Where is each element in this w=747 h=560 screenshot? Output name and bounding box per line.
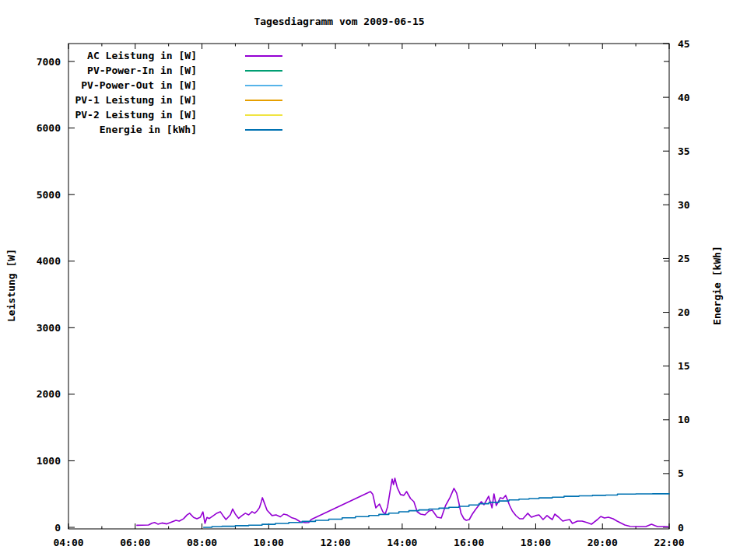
- y-left-tick-label: 2000: [37, 388, 61, 400]
- y-right-tick-label: 45: [678, 38, 690, 50]
- y-left-tick-label: 3000: [37, 322, 61, 334]
- legend-label: Energie in [kWh]: [68, 122, 197, 137]
- x-axis-tick-label: 10:00: [254, 537, 284, 548]
- legend-line-sample: [245, 114, 282, 116]
- legend-line-sample: [245, 100, 282, 101]
- y-axis-title-left: Leistung [W]: [5, 249, 17, 322]
- legend-line-sample: [245, 129, 282, 131]
- legend-row: AC Leistung in [W]: [68, 48, 282, 63]
- x-axis-tick-label: 22:00: [654, 537, 684, 548]
- y-right-tick-label: 0: [678, 522, 684, 534]
- y-axis-title-right: Energie [kWh]: [711, 246, 723, 325]
- legend-line-sample: [245, 85, 282, 86]
- legend-row: PV-2 Leistung in [W]: [68, 107, 282, 122]
- legend-line-sample: [245, 70, 282, 72]
- x-axis-tick-label: 16:00: [454, 537, 484, 548]
- legend-row: PV-1 Leistung in [W]: [68, 93, 282, 107]
- series-energie-in-kwh-: [204, 494, 669, 527]
- y-left-tick-label: 1000: [37, 455, 61, 467]
- chart-title: Tagesdiagramm vom 2009-06-15: [254, 16, 424, 27]
- y-right-tick-label: 15: [678, 360, 690, 372]
- x-axis-tick-label: 08:00: [187, 537, 217, 548]
- y-left-tick-label: 5000: [37, 189, 61, 201]
- legend-label: PV-2 Leistung in [W]: [68, 107, 197, 122]
- y-left-tick-label: 4000: [37, 255, 61, 267]
- legend-label: PV-Power-Out in [W]: [68, 78, 197, 93]
- series-ac-leistung-in-w-: [137, 478, 668, 527]
- legend-row: PV-Power-Out in [W]: [68, 78, 282, 93]
- y-right-tick-label: 25: [678, 253, 690, 264]
- legend: AC Leistung in [W]PV-Power-In in [W]PV-P…: [68, 48, 282, 137]
- y-right-tick-label: 10: [678, 414, 690, 425]
- y-right-tick-label: 40: [678, 92, 690, 103]
- y-left-tick-label: 7000: [37, 56, 61, 68]
- legend-row: PV-Power-In in [W]: [68, 63, 282, 78]
- chart-canvas: 04:0006:0008:0010:0012:0014:0016:0018:00…: [0, 0, 747, 560]
- legend-label: PV-Power-In in [W]: [68, 63, 197, 78]
- x-axis-tick-label: 14:00: [387, 537, 417, 548]
- y-right-tick-label: 30: [678, 199, 690, 211]
- y-right-tick-label: 35: [678, 145, 690, 157]
- x-axis-tick-label: 20:00: [587, 537, 618, 548]
- x-axis-tick-label: 04:00: [53, 537, 83, 548]
- legend-row: Energie in [kWh]: [68, 122, 282, 137]
- legend-line-sample: [245, 55, 282, 57]
- legend-label: PV-1 Leistung in [W]: [68, 93, 197, 107]
- x-axis-tick-label: 12:00: [321, 537, 351, 548]
- x-axis-tick-label: 06:00: [120, 537, 150, 548]
- y-left-tick-label: 0: [54, 522, 61, 534]
- y-left-tick-label: 6000: [37, 122, 61, 134]
- x-axis-tick-label: 18:00: [521, 537, 551, 548]
- y-right-tick-label: 5: [678, 467, 684, 479]
- y-right-tick-label: 20: [678, 306, 690, 318]
- legend-label: AC Leistung in [W]: [68, 48, 197, 63]
